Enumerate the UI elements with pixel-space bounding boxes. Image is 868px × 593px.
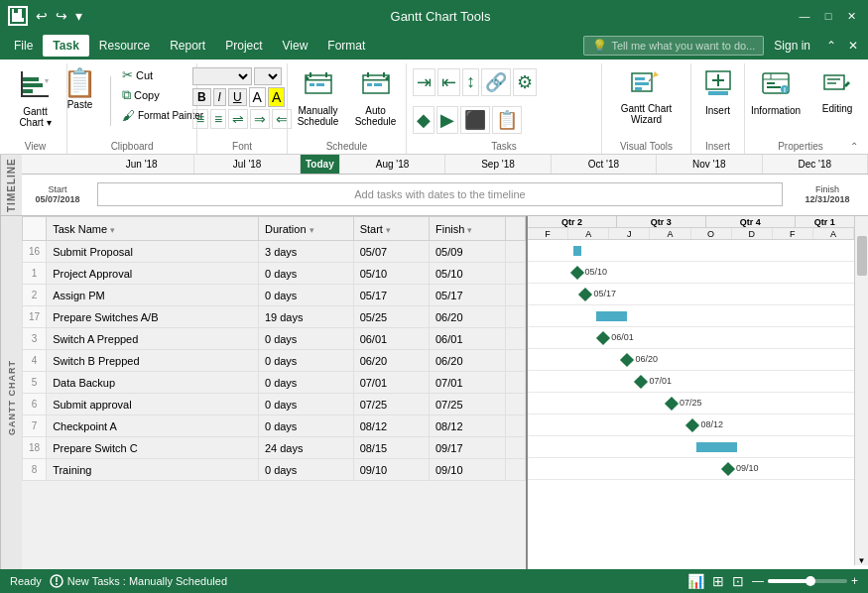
task-duration[interactable]: 0 days: [258, 394, 353, 415]
tasks-btn-7[interactable]: ▶: [436, 106, 458, 134]
task-name[interactable]: Submit approval: [47, 394, 259, 415]
task-finish[interactable]: 09/10: [429, 459, 505, 481]
ribbon-toggle[interactable]: ⌃: [820, 37, 842, 55]
tasks-btn-2[interactable]: ⇤: [437, 68, 460, 96]
gantt-wizard-button[interactable]: Gantt ChartWizard: [615, 65, 679, 129]
task-name[interactable]: Data Backup: [47, 372, 259, 394]
table-row[interactable]: 1 Project Approval 0 days 05/10 05/10: [23, 263, 526, 285]
task-duration[interactable]: 0 days: [258, 350, 353, 372]
task-finish[interactable]: 06/20: [429, 350, 505, 372]
task-start[interactable]: 08/15: [353, 437, 429, 459]
col-start-header[interactable]: Start ▾: [353, 217, 429, 241]
tasks-btn-5[interactable]: ⚙: [513, 68, 537, 96]
menu-format[interactable]: Format: [317, 35, 375, 57]
maximize-button[interactable]: □: [820, 8, 836, 24]
task-finish[interactable]: 07/25: [429, 394, 505, 415]
help-close-button[interactable]: ✕: [842, 37, 864, 55]
font-family-select[interactable]: [192, 67, 252, 85]
gantt-milestone-diamond[interactable]: [634, 375, 648, 389]
bold-button[interactable]: B: [192, 88, 211, 106]
menu-project[interactable]: Project: [215, 35, 272, 57]
table-row[interactable]: 16 Submit Proposal 3 days 05/07 05/09: [23, 241, 526, 263]
status-gantt-icon[interactable]: 📊: [687, 573, 704, 589]
task-duration[interactable]: 0 days: [258, 263, 353, 285]
table-row[interactable]: 4 Switch B Prepped 0 days 06/20 06/20: [23, 350, 526, 372]
task-duration[interactable]: 24 days: [258, 437, 353, 459]
gantt-chart-button[interactable]: GanttChart ▾: [13, 65, 57, 132]
task-start[interactable]: 07/25: [353, 394, 429, 415]
task-name[interactable]: Prepare Switch C: [47, 437, 259, 459]
task-duration[interactable]: 19 days: [258, 306, 353, 328]
gantt-milestone-diamond[interactable]: [685, 418, 699, 432]
tasks-btn-8[interactable]: ⬛: [460, 106, 490, 134]
task-name[interactable]: Switch A Prepped: [47, 328, 259, 350]
gantt-bar-element[interactable]: [596, 311, 628, 321]
task-finish[interactable]: 08/12: [429, 415, 505, 437]
indent-button[interactable]: ⇒: [250, 109, 270, 129]
task-start[interactable]: 06/20: [353, 350, 429, 372]
task-duration[interactable]: 0 days: [258, 415, 353, 437]
align-left-button[interactable]: ≡: [192, 109, 208, 129]
font-size-select[interactable]: [254, 67, 282, 85]
vscroll-down-btn[interactable]: ▼: [858, 556, 866, 565]
table-row[interactable]: 2 Assign PM 0 days 05/17 05/17: [23, 285, 526, 306]
italic-button[interactable]: I: [213, 88, 226, 106]
task-finish[interactable]: 06/20: [429, 306, 505, 328]
ribbon-collapse-btn[interactable]: ⌃: [850, 141, 858, 152]
task-duration[interactable]: 0 days: [258, 372, 353, 394]
gantt-milestone-diamond[interactable]: [665, 397, 679, 411]
table-row[interactable]: 18 Prepare Switch C 24 days 08/15 09/17: [23, 437, 526, 459]
task-name[interactable]: Training: [47, 459, 259, 481]
gantt-bar-element[interactable]: [573, 246, 581, 256]
task-duration[interactable]: 0 days: [258, 328, 353, 350]
status-table-icon[interactable]: ⊞: [712, 573, 724, 589]
task-start[interactable]: 05/07: [353, 241, 429, 263]
paste-button[interactable]: 📋 Paste: [57, 65, 103, 115]
close-button[interactable]: ✕: [844, 8, 860, 24]
insert-button[interactable]: Insert: [698, 65, 738, 121]
task-start[interactable]: 09/10: [353, 459, 429, 481]
task-finish[interactable]: 06/01: [429, 328, 505, 350]
table-row[interactable]: 7 Checkpoint A 0 days 08/12 08/12: [23, 415, 526, 437]
minimize-button[interactable]: —: [797, 8, 812, 24]
menu-task[interactable]: Task: [43, 35, 88, 57]
tasks-btn-3[interactable]: ↕: [462, 68, 479, 96]
gantt-milestone-diamond[interactable]: [578, 288, 592, 301]
font-color-button[interactable]: A: [249, 87, 266, 107]
gantt-bar-element[interactable]: [696, 442, 737, 452]
tasks-btn-6[interactable]: ◆: [413, 106, 434, 134]
table-row[interactable]: 17 Prepare Switches A/B 19 days 05/25 06…: [23, 306, 526, 328]
zoom-in-btn[interactable]: +: [851, 574, 858, 588]
customize-qat-button[interactable]: ▾: [73, 6, 84, 26]
underline-button[interactable]: U: [228, 88, 247, 106]
vscroll-thumb[interactable]: [857, 236, 867, 276]
task-finish[interactable]: 07/01: [429, 372, 505, 394]
col-finish-header[interactable]: Finish ▾: [429, 217, 505, 241]
task-finish[interactable]: 05/10: [429, 263, 505, 285]
table-row[interactable]: 3 Switch A Prepped 0 days 06/01 06/01: [23, 328, 526, 350]
task-name[interactable]: Assign PM: [47, 285, 259, 306]
task-start[interactable]: 05/17: [353, 285, 429, 306]
gantt-milestone-diamond[interactable]: [620, 353, 634, 367]
zoom-thumb[interactable]: [806, 576, 815, 586]
task-duration[interactable]: 0 days: [258, 285, 353, 306]
table-row[interactable]: 5 Data Backup 0 days 07/01 07/01: [23, 372, 526, 394]
task-start[interactable]: 06/01: [353, 328, 429, 350]
col-task-header[interactable]: Task Name ▾: [47, 217, 259, 241]
task-name[interactable]: Project Approval: [47, 263, 259, 285]
table-row[interactable]: 6 Submit approval 0 days 07/25 07/25: [23, 394, 526, 415]
vertical-scrollbar[interactable]: ▼: [854, 216, 868, 565]
task-finish[interactable]: 09/17: [429, 437, 505, 459]
sign-in-button[interactable]: Sign in: [764, 35, 820, 57]
undo-button[interactable]: ↩: [34, 6, 50, 26]
status-grid-icon[interactable]: ⊡: [732, 573, 744, 589]
information-button[interactable]: i Information: [745, 65, 806, 121]
task-start[interactable]: 05/10: [353, 263, 429, 285]
menu-view[interactable]: View: [273, 35, 318, 57]
task-finish[interactable]: 05/17: [429, 285, 505, 306]
task-start[interactable]: 05/25: [353, 306, 429, 328]
gantt-milestone-diamond[interactable]: [721, 462, 735, 476]
zoom-out-btn[interactable]: —: [752, 574, 764, 588]
task-name[interactable]: Switch B Prepped: [47, 350, 259, 372]
task-finish[interactable]: 05/09: [429, 241, 505, 263]
